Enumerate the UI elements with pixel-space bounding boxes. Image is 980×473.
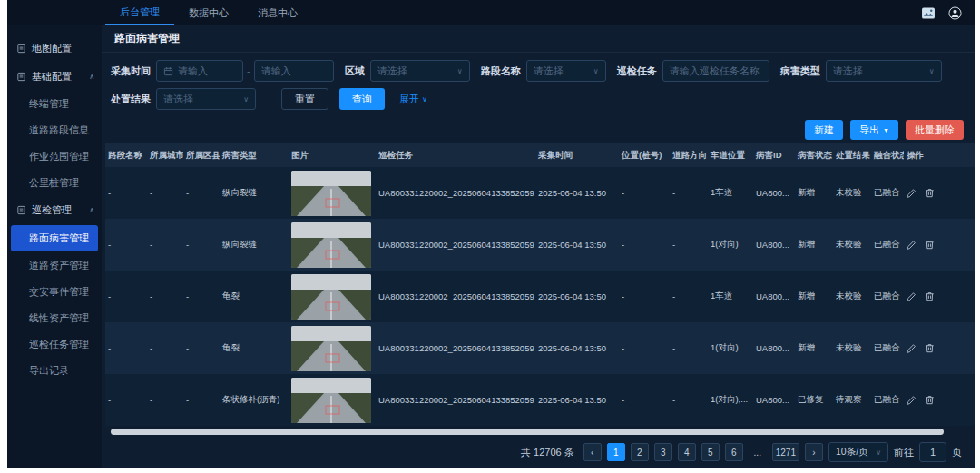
page-button[interactable]: 3: [654, 443, 672, 461]
table-row: - - - 纵向裂缝 UA800331220002_20250604133852…: [105, 167, 975, 219]
sidebar: 地图配置 基础配置 ∧ 终端管理 道路路段信息 作业范围管理 公里桩管理 巡检管…: [7, 25, 102, 468]
cell-inspection-task: UA800331220002_20250604133852059: [376, 395, 535, 405]
cell-road-direction: -: [670, 188, 708, 198]
next-page-button[interactable]: ›: [805, 443, 823, 461]
cell-road-name: -: [105, 395, 147, 405]
search-button[interactable]: 查询: [339, 88, 385, 110]
prev-page-button[interactable]: ‹: [583, 443, 602, 461]
sidebar-item-inspection-task-management[interactable]: 巡检任务管理: [7, 331, 102, 358]
column-header: 车道位置: [708, 150, 753, 162]
page-button[interactable]: 4: [678, 443, 696, 461]
delete-icon[interactable]: [925, 395, 935, 405]
sidebar-item-terminal-management[interactable]: 终端管理: [7, 91, 102, 117]
cell-actions: [904, 395, 946, 405]
delete-icon[interactable]: [925, 343, 935, 353]
collect-time-start-input[interactable]: [156, 60, 243, 82]
cell-road-direction: -: [670, 240, 708, 250]
sidebar-item-road-section-info[interactable]: 道路路段信息: [7, 117, 102, 143]
tab-message-center[interactable]: 消息中心: [243, 0, 312, 25]
image-icon[interactable]: [921, 7, 936, 19]
edit-icon[interactable]: [906, 395, 916, 405]
delete-icon[interactable]: [925, 240, 935, 250]
cell-county: -: [183, 395, 220, 405]
export-button[interactable]: 导出▼: [850, 120, 898, 140]
page-button[interactable]: 5: [701, 443, 720, 461]
edit-icon[interactable]: [906, 343, 916, 353]
disease-type-select[interactable]: 请选择∨: [826, 60, 942, 82]
road-photo-thumbnail[interactable]: [291, 326, 371, 371]
filter-label-collect-time: 采集时间: [111, 64, 151, 78]
region-select[interactable]: 请选择∨: [370, 60, 470, 82]
pagination-bar: 共 12706 条 ‹ 123456...1271 › 10条/页∨ 前往 页: [102, 437, 975, 468]
edit-icon[interactable]: [906, 188, 916, 198]
cell-lane-position: 1(对向): [708, 239, 753, 251]
page-ellipsis: ...: [749, 443, 767, 461]
page-button[interactable]: 6: [725, 443, 743, 461]
column-header: 所属区县: [183, 150, 220, 162]
cell-stake-position: -: [619, 343, 670, 353]
cell-fusion-status: 已融合: [871, 187, 904, 199]
road-name-select[interactable]: 请选择∨: [526, 60, 606, 82]
inspection-task-input[interactable]: [662, 60, 769, 82]
road-photo-thumbnail[interactable]: [291, 378, 371, 423]
tab-data-center[interactable]: 数据中心: [174, 0, 243, 25]
horizontal-scrollbar[interactable]: [111, 429, 944, 435]
filter-label-region: 区域: [345, 64, 365, 78]
table-row: - - - 条状修补(沥青) UA800331220002_2025060413…: [105, 374, 975, 426]
page-size-select[interactable]: 10条/页∨: [828, 442, 888, 462]
cell-stake-position: -: [619, 395, 670, 405]
cell-city: -: [147, 188, 183, 198]
user-avatar-icon[interactable]: [948, 6, 962, 20]
cell-image: [289, 171, 376, 216]
road-photo-thumbnail[interactable]: [291, 171, 371, 216]
cell-disease-status: 已修复: [795, 394, 833, 406]
create-button[interactable]: 新建: [805, 120, 843, 140]
cell-disease-status: 新增: [795, 342, 833, 354]
road-photo-thumbnail[interactable]: [291, 274, 371, 320]
cell-collect-time: 2025-06-04 13:50: [535, 395, 619, 405]
sidebar-group-inspection-management[interactable]: 巡检管理 ∧: [7, 196, 102, 224]
sidebar-group-basic-config[interactable]: 基础配置 ∧: [7, 63, 102, 91]
column-header: 采集时间: [535, 150, 619, 162]
map-config-icon: [16, 44, 26, 54]
sidebar-item-linear-asset-management[interactable]: 线性资产管理: [7, 305, 102, 331]
sidebar-item-road-disease-management[interactable]: 路面病害管理: [11, 225, 98, 251]
cell-lane-position: 1车道: [708, 187, 753, 199]
sidebar-item-kilometer-post-management[interactable]: 公里桩管理: [7, 170, 102, 196]
cell-disease-type: 纵向裂缝: [220, 239, 289, 251]
sidebar-item-road-asset-management[interactable]: 道路资产管理: [7, 252, 102, 279]
delete-icon[interactable]: [925, 188, 935, 198]
page-button[interactable]: 1: [607, 443, 625, 461]
cell-road-name: -: [105, 343, 147, 353]
cell-inspection-task: UA800331220002_20250604133852059: [376, 291, 535, 301]
cell-handle-result: 未校验: [833, 239, 871, 251]
handle-result-select[interactable]: 请选择∨: [156, 88, 256, 110]
edit-icon[interactable]: [906, 240, 916, 250]
column-header: 操作: [904, 150, 946, 162]
sidebar-item-map-config[interactable]: 地图配置: [7, 34, 102, 63]
expand-filters-link[interactable]: 展开∨: [399, 93, 427, 106]
tab-backend-management[interactable]: 后台管理: [105, 0, 174, 25]
cell-road-direction: -: [670, 343, 708, 353]
delete-icon[interactable]: [925, 291, 935, 301]
edit-icon[interactable]: [906, 291, 916, 301]
column-header: 位置(桩号): [619, 150, 670, 162]
cell-disease-id: UA800...: [753, 188, 795, 198]
page-button[interactable]: 1271: [772, 443, 799, 461]
sidebar-item-export-records[interactable]: 导出记录: [7, 358, 102, 384]
sidebar-item-traffic-safety-event-management[interactable]: 交安事件管理: [7, 279, 102, 305]
reset-button[interactable]: 重置: [281, 88, 328, 110]
road-photo-thumbnail[interactable]: [291, 222, 371, 268]
goto-page-input[interactable]: [919, 442, 946, 462]
caret-down-icon: ▼: [883, 127, 889, 133]
batch-delete-button[interactable]: 批量删除: [906, 120, 964, 140]
page-button[interactable]: 2: [631, 443, 649, 461]
cell-road-name: -: [105, 240, 147, 250]
collect-time-end-input[interactable]: [254, 60, 334, 82]
calendar-icon: [163, 66, 173, 76]
cell-city: -: [147, 395, 183, 405]
inspection-management-icon: [16, 205, 26, 215]
top-navigation-bar: 后台管理 数据中心 消息中心: [7, 0, 975, 25]
chevron-down-icon: ∨: [593, 67, 599, 75]
sidebar-item-work-scope-management[interactable]: 作业范围管理: [7, 143, 102, 170]
